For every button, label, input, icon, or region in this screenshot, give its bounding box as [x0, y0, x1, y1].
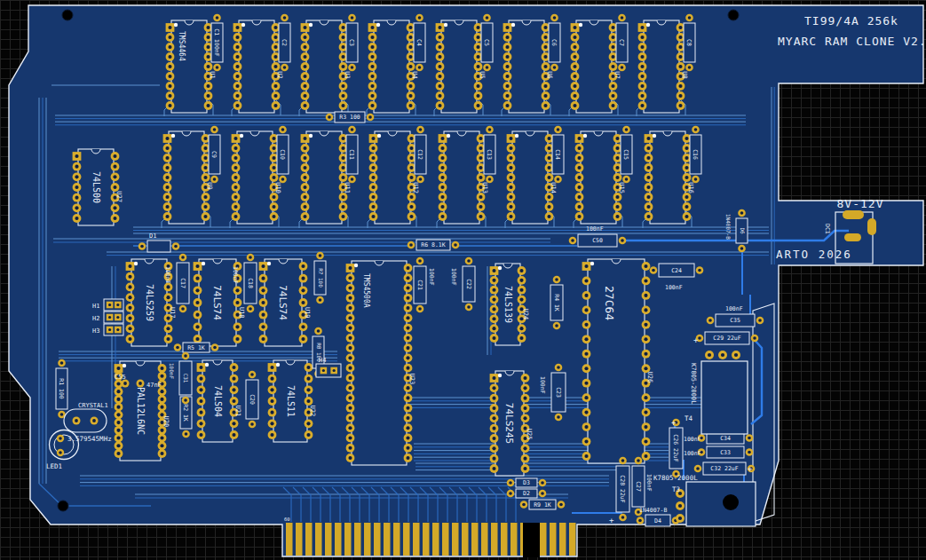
svg-text:U1: U1 [209, 71, 216, 78]
svg-text:C13: C13 [486, 149, 493, 160]
connector-finger [510, 523, 518, 556]
ic-U4[interactable]: U4 [368, 20, 418, 113]
svg-text:C11: C11 [348, 149, 355, 160]
svg-text:C21: C21 [416, 280, 423, 290]
connector-finger [423, 523, 430, 556]
svg-text:U3: U3 [344, 71, 351, 78]
svg-text:C16: C16 [692, 149, 699, 160]
svg-text:R5 1K: R5 1K [187, 344, 205, 351]
ic-U26[interactable]: 27C64U26 [582, 259, 653, 463]
ic-U10[interactable]: U10 [232, 131, 281, 224]
svg-text:U8: U8 [681, 71, 688, 78]
svg-text:100nF: 100nF [684, 436, 701, 443]
svg-text:U27: U27 [115, 191, 123, 202]
svg-text:60: 60 [284, 517, 290, 522]
svg-text:R7 100: R7 100 [318, 268, 324, 288]
svg-text:100nF: 100nF [450, 268, 457, 286]
ic-U23[interactable]: TMS4500AU23 [346, 261, 416, 465]
voltage-label: 8V-12V [831, 197, 890, 210]
connector-finger [569, 523, 576, 556]
ic-U1[interactable]: TMS4464U1 [166, 20, 216, 113]
svg-text:K7805-2000L: K7805-2000L [653, 474, 698, 482]
svg-text:R6 8.1K: R6 8.1K [421, 241, 445, 248]
svg-text:C2: C2 [281, 39, 288, 46]
svg-text:U12: U12 [412, 182, 419, 193]
connector-finger [413, 523, 420, 556]
ic-U7[interactable]: U7 [571, 20, 621, 113]
ic-U15[interactable]: U15 [575, 131, 625, 224]
connector-key-slot [523, 523, 540, 557]
svg-text:U16: U16 [687, 182, 694, 193]
svg-text:K7805-2000L: K7805-2000L [690, 363, 697, 404]
svg-text:100nF: 100nF [586, 225, 604, 233]
connector-finger [393, 523, 400, 556]
diode-D3[interactable]: D3 [507, 478, 547, 487]
ic-U6[interactable]: U6 [503, 20, 553, 113]
svg-text:R2 1K: R2 1K [182, 404, 189, 422]
svg-text:T3: T3 [672, 485, 680, 493]
svg-text:47nF: 47nF [146, 382, 162, 389]
svg-text:H1: H1 [92, 303, 99, 310]
ic-U13[interactable]: U13 [439, 131, 488, 224]
resistor-R1[interactable]: R1 100 [56, 359, 67, 419]
ic-U8[interactable]: U8 [638, 20, 688, 113]
ic-U16[interactable]: U16 [645, 131, 694, 224]
connector-finger [471, 523, 479, 556]
svg-text:D1: D1 [149, 233, 156, 240]
svg-text:U25: U25 [526, 429, 533, 440]
connector-finger [491, 523, 498, 556]
ic-U5[interactable]: U5 [436, 20, 486, 113]
svg-text:R9 1K: R9 1K [534, 501, 551, 509]
svg-text:C24: C24 [671, 267, 682, 274]
svg-text:C6: C6 [550, 39, 558, 46]
svg-text:C15: C15 [622, 149, 629, 160]
svg-text:C10: C10 [279, 149, 286, 160]
connector-finger [325, 523, 332, 556]
svg-text:C1 100nF: C1 100nF [213, 28, 220, 56]
svg-text:C50: C50 [592, 237, 603, 244]
svg-text:100nF: 100nF [539, 376, 546, 394]
connector-finger [384, 523, 391, 556]
svg-text:74LS04: 74LS04 [213, 385, 223, 417]
svg-text:H3: H3 [92, 327, 99, 335]
ic-U2[interactable]: U2 [233, 20, 283, 113]
ic-U9[interactable]: U9 [163, 131, 213, 224]
svg-text:H2: H2 [92, 315, 99, 322]
ic-U11[interactable]: U11 [301, 131, 351, 224]
svg-text:1N4007-B: 1N4007-B [639, 507, 667, 514]
ic-U3[interactable]: U3 [301, 20, 351, 113]
connector-finger [462, 523, 469, 556]
svg-text:D4: D4 [654, 517, 661, 525]
svg-text:U7: U7 [613, 71, 621, 78]
svg-text:C29 22uF: C29 22uF [713, 335, 740, 342]
svg-text:T4: T4 [685, 414, 693, 422]
connector-finger [559, 523, 566, 556]
svg-text:U18: U18 [238, 307, 245, 319]
ic-U12[interactable]: U12 [369, 131, 419, 224]
svg-text:U20: U20 [162, 416, 170, 428]
svg-text:C31: C31 [183, 374, 189, 383]
connector-finger [364, 523, 371, 556]
svg-text:U4: U4 [411, 71, 418, 78]
svg-text:3.579545MHz: 3.579545MHz [67, 435, 112, 443]
diode-D2[interactable]: D2 [507, 489, 547, 498]
ic-U14[interactable]: U14 [507, 131, 557, 224]
svg-text:+: + [748, 464, 753, 473]
connector-finger [442, 523, 449, 556]
svg-text:U15: U15 [618, 182, 625, 193]
svg-text:74LS11: 74LS11 [286, 385, 296, 417]
connector-finger [286, 523, 293, 556]
svg-text:TMS4464: TMS4464 [178, 31, 186, 61]
svg-text:100nF: 100nF [232, 266, 239, 284]
connector-finger [540, 523, 547, 556]
svg-text:U17: U17 [169, 307, 176, 319]
svg-text:U11: U11 [344, 182, 351, 193]
svg-text:D2: D2 [523, 490, 530, 497]
capacitor-C32[interactable]: C32 22uF+ [694, 462, 756, 475]
svg-text:74LS139: 74LS139 [503, 286, 513, 323]
connector-finger [403, 523, 410, 556]
svg-text:C7: C7 [618, 39, 625, 46]
svg-text:U10: U10 [274, 182, 281, 193]
connector-finger [344, 523, 352, 556]
svg-text:100nF: 100nF [725, 305, 743, 312]
